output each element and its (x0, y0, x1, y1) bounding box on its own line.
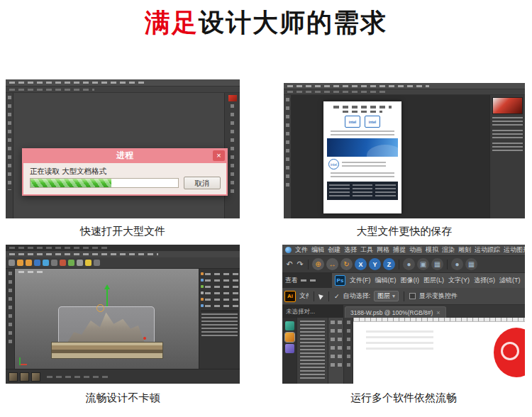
menu-item-motion-tracker[interactable]: 运动跟踪 (475, 245, 500, 255)
menu-item-file[interactable]: 文件 (295, 245, 308, 255)
tab-close-icon[interactable]: × (436, 309, 440, 316)
palette-tool-icon[interactable] (285, 321, 294, 330)
color-picker-panel[interactable] (492, 97, 523, 114)
object-tool-icon[interactable] (77, 260, 83, 266)
photoshop-logo-icon: Ps (335, 275, 345, 286)
select-tool-icon[interactable] (9, 260, 15, 266)
menu-text-placeholder (287, 85, 429, 87)
object-row[interactable] (201, 296, 238, 302)
render-settings-icon[interactable]: ▦ (431, 258, 443, 270)
undo-icon[interactable]: ↶ (285, 260, 294, 269)
material-thumbnail[interactable] (31, 372, 40, 382)
move-tool-icon[interactable] (17, 260, 23, 266)
object-row[interactable] (201, 290, 238, 296)
cpu-badges-row: intel intel (327, 116, 398, 128)
color-swatch-icon[interactable] (228, 95, 237, 101)
ai-menu-file[interactable]: 文件 (299, 291, 309, 301)
menu-item-tools[interactable]: 工具 (360, 245, 373, 255)
c4d-mode-strip (6, 269, 15, 369)
coord-system-icon[interactable]: ● (403, 258, 415, 270)
object-row[interactable] (201, 271, 238, 277)
material-thumbnail[interactable] (9, 372, 18, 382)
object-row[interactable] (201, 277, 238, 283)
ps-menu-edit[interactable]: 编辑(E) (375, 276, 397, 285)
tool-icons-placeholder (338, 321, 342, 371)
cancel-button[interactable]: 取消 (184, 177, 221, 189)
menu-item-snap[interactable]: 捕捉 (393, 245, 406, 255)
render-icon[interactable] (60, 260, 66, 266)
axis-z-button[interactable]: Z (383, 258, 395, 270)
gizmo-ring-icon[interactable] (96, 304, 104, 312)
ps-menu-type[interactable]: 文字(Y) (448, 276, 470, 285)
c4d-menubar (6, 251, 240, 257)
ps-menubar (284, 83, 525, 89)
axis-x-button[interactable]: X (355, 258, 367, 270)
axis-y-button[interactable]: Y (369, 258, 381, 270)
object-row[interactable] (201, 303, 238, 308)
viewport-3d[interactable] (15, 269, 199, 369)
ps-menu-file[interactable]: 文件(F) (350, 276, 371, 285)
intel-logo-icon: intel (328, 159, 339, 169)
auto-select-dropdown[interactable]: 图层 ▾ (374, 291, 399, 301)
cpu-badge-label: intel (369, 120, 376, 124)
dialog-titlebar: 进程 × (23, 148, 226, 163)
ps-menu-layer[interactable]: 图层(L) (423, 276, 444, 285)
redo-icon[interactable]: ↷ (296, 260, 304, 269)
menu-item-select[interactable]: 选择 (344, 245, 357, 255)
auto-select-check-icon[interactable]: ✓ (334, 293, 340, 300)
footer-column-placeholder (353, 184, 373, 197)
ps-menu-filter[interactable]: 滤镜(T) (499, 276, 521, 285)
ps-tool-strip (6, 93, 13, 218)
palette-pen-icon[interactable] (285, 344, 294, 353)
menu-item-simulate[interactable]: 模拟 (426, 245, 438, 255)
ps-menu-select[interactable]: 选择(S) (474, 276, 495, 285)
object-name-placeholder (205, 273, 238, 275)
move-cursor-icon[interactable] (318, 293, 324, 299)
title-rest: 设计大师的需求 (199, 8, 387, 37)
material-thumbnail[interactable] (20, 372, 29, 382)
ps-workspace: 进程 × 正在读取 大型文档格式 取消 (6, 93, 240, 218)
rotate-tool-icon[interactable]: ↻ (340, 258, 353, 270)
coord-icon[interactable] (51, 260, 57, 266)
axis-y-icon[interactable] (43, 260, 49, 266)
document-tab[interactable]: 3188-W.psb @ 100%(RGB/8#) × (345, 306, 446, 318)
render-view-icon[interactable]: ▣ (417, 258, 429, 270)
move-tool-icon[interactable]: ⊕ (312, 258, 324, 270)
view-tab[interactable]: 查看 (285, 276, 298, 285)
scale-tool-icon[interactable] (26, 260, 32, 266)
caption-open: 快速打开大型文件 (6, 224, 240, 238)
menu-item-animate[interactable]: 动画 (409, 245, 422, 255)
menu-item-render[interactable]: 渲染 (442, 245, 455, 255)
menu-item-create[interactable]: 创建 (328, 245, 340, 255)
c4d-logo-icon (285, 247, 292, 253)
material-tool-icon[interactable] (85, 260, 92, 266)
object-icon (201, 304, 204, 307)
env-tool-icon[interactable] (94, 260, 100, 266)
scale-tool-icon[interactable]: ↔ (326, 258, 338, 270)
menu-item-edit[interactable]: 编辑 (311, 245, 324, 255)
c4d-toolbar (6, 257, 240, 269)
ps-menu-image[interactable]: 图像(I) (401, 276, 420, 285)
axis-x-icon[interactable] (34, 260, 40, 266)
y-axis-handle[interactable] (106, 289, 108, 306)
menu-item-mesh[interactable]: 网格 (377, 245, 389, 255)
show-transform-checkbox[interactable] (409, 293, 416, 299)
menu-item-sculpt[interactable]: 雕刻 (458, 245, 471, 255)
c4d-titlebar (6, 245, 240, 251)
ps-menubar: Ps 文件(F) 编辑(E) 图像(I) 图层(L) 文字(Y) 选择(S) 滤… (332, 273, 525, 288)
object-row[interactable] (201, 284, 238, 289)
menu-text-placeholder (9, 82, 144, 84)
footer-column-placeholder (375, 184, 396, 197)
palette-cube-icon[interactable] (285, 333, 294, 342)
render-settings-icon[interactable] (68, 260, 74, 266)
menu-item-mograph[interactable]: 运动图形 (504, 245, 525, 255)
ruler (353, 318, 525, 322)
extra-tool-icon[interactable]: ● (451, 258, 463, 270)
artwork-red-shape (494, 328, 525, 377)
caption-save: 大型文件更快的保存 (284, 224, 525, 238)
dialog-close-button[interactable]: × (213, 150, 225, 161)
c4d-main-toolbar: ↶ ↷ ⊕ ↔ ↻ X Y Z ● ▣ ▦ ● ▦ (282, 255, 525, 273)
panel-rows-placeholder (492, 143, 523, 152)
artwork-text-placeholder (366, 330, 433, 353)
extra-tool-icon[interactable]: ▦ (465, 258, 477, 270)
